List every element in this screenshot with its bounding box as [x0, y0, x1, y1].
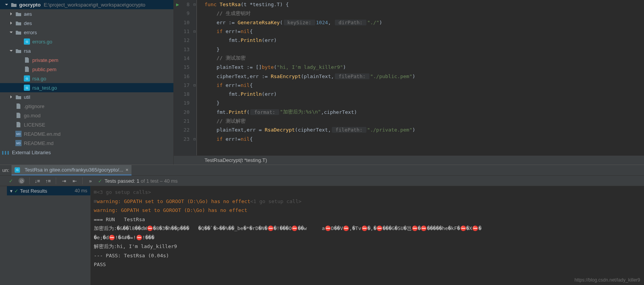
gutter-line-9[interactable]: 9	[174, 9, 196, 18]
console-output[interactable]: ⊞<3 go setup calls>⊞warning: GOPATH set …	[91, 186, 644, 285]
fold-icon[interactable]: ⊟	[193, 2, 196, 7]
gutter-line-23[interactable]: 23⊟	[174, 134, 196, 143]
tree-item-rsa_test-go[interactable]: Grsa_test.go	[0, 83, 173, 92]
gutter-line-11[interactable]: 11⊟	[174, 27, 196, 36]
code-line-9[interactable]: // 生成密钥对	[205, 9, 644, 18]
run-tab-title: TestRsa in gitee.com/frankyu365/gocrypto…	[25, 167, 123, 173]
fold-icon[interactable]: ⊟	[193, 29, 196, 33]
tree-item-aes[interactable]: aes	[0, 9, 173, 18]
tree-item-rsa[interactable]: rsa	[0, 46, 173, 55]
tree-item-errors[interactable]: errors	[0, 28, 173, 37]
code-line-23[interactable]: if err!=nil{	[205, 134, 644, 143]
code-line-19[interactable]: }	[205, 98, 644, 107]
tree-label: rsa.go	[32, 76, 46, 82]
tree-item-public-pem[interactable]: public.pem	[0, 65, 173, 74]
spacer	[17, 67, 22, 72]
pass-filter-icon[interactable]: ✓	[8, 178, 14, 184]
gutter-line-10[interactable]: 10	[174, 18, 196, 27]
code-line-12[interactable]: fmt.Println(err)	[205, 36, 644, 45]
chevron-right-icon[interactable]: »	[87, 178, 93, 184]
console-line: 加密后为:�&��l8��dW⛔�8�3�h��p��� �Q��`�>��%�…	[94, 224, 641, 233]
run-config-tab[interactable]: G TestRsa in gitee.com/frankyu365/gocryp…	[12, 165, 131, 175]
gutter-line-18[interactable]: 18	[174, 90, 196, 98]
sort-down-icon[interactable]: ↓≡	[34, 178, 40, 184]
close-icon[interactable]: ×	[126, 167, 129, 173]
collapse-icon[interactable]: ⇤	[72, 178, 78, 184]
gutter-line-12[interactable]: 12	[174, 36, 196, 45]
tree-label: errors	[24, 30, 37, 35]
tree-item-LICENSE[interactable]: LICENSE	[0, 120, 173, 129]
code-line-14[interactable]: // 测试加密	[205, 54, 644, 63]
tree-item-README-md[interactable]: MDREADME.md	[0, 138, 173, 148]
tree-item-des[interactable]: des	[0, 18, 173, 28]
chevron-down-icon: ▾	[10, 188, 13, 194]
gutter-line-20[interactable]: 20	[174, 108, 196, 117]
code-line-17[interactable]: if err!=nil{	[205, 81, 644, 90]
tree-label: errors.go	[32, 39, 52, 45]
tree-label: private.pem	[32, 57, 58, 63]
md-file-icon: MD	[15, 131, 22, 137]
run-panel-label: un:	[0, 167, 12, 173]
run-icon[interactable]: ▶	[176, 2, 179, 7]
fold-icon[interactable]: ⊟	[193, 83, 196, 87]
tree-item-errors-go[interactable]: Gerrors.go	[0, 37, 173, 46]
gutter-line-17[interactable]: 17⊟	[174, 81, 196, 90]
tree-label: README.en.md	[24, 131, 60, 137]
folder-icon	[15, 20, 22, 26]
fold-icon[interactable]: ⊟	[193, 137, 196, 141]
folder-icon	[15, 29, 22, 35]
tree-item-private-pem[interactable]: private.pem	[0, 55, 173, 65]
code-line-11[interactable]: if err!=nil{	[205, 27, 644, 36]
run-panel: un: G TestRsa in gitee.com/frankyu365/go…	[0, 165, 644, 285]
tree-item-go-mod[interactable]: go.mod	[0, 111, 173, 120]
tree-item--gitignore[interactable]: .gitignore	[0, 102, 173, 111]
sort-up-icon[interactable]: ↑≡	[45, 178, 51, 184]
code-line-18[interactable]: fmt.Println(err)	[205, 90, 644, 98]
gutter-line-22[interactable]: 22	[174, 125, 196, 134]
external-libraries-label: External Libraries	[12, 150, 51, 155]
gutter-line-19[interactable]: 19	[174, 98, 196, 107]
separator	[56, 177, 56, 184]
gutter-line-8[interactable]: ▶8⊟	[174, 0, 196, 9]
spacer	[8, 140, 14, 146]
console-line: --- PASS: TestRsa (0.04s)	[94, 251, 641, 260]
code-line-10[interactable]: err := GenerateRsaKey( keySize: 1024, di…	[205, 18, 644, 27]
spacer	[17, 85, 22, 90]
code-line-16[interactable]: cipherText,err := RsaEncrypt(plainText, …	[205, 72, 644, 80]
tree-label: LICENSE	[24, 122, 45, 128]
gutter-line-16[interactable]: 16	[174, 72, 196, 80]
separator	[29, 177, 30, 184]
code-line-21[interactable]: // 测试解密	[205, 117, 644, 125]
gutter-line-14[interactable]: 14	[174, 54, 196, 63]
code-content[interactable]: func TestRsa(t *testing.T) { // 生成密钥对 er…	[197, 0, 644, 155]
tree-label: public.pem	[32, 67, 57, 72]
external-libraries[interactable]: ⫿⫿⫿ External Libraries	[0, 148, 173, 157]
check-icon: ✓	[98, 178, 102, 184]
project-tree-sidebar[interactable]: gocrypto E:\project_workspace\git_worksp…	[0, 0, 174, 165]
test-results-label: Test Results	[20, 188, 75, 194]
gutter-line-15[interactable]: 15	[174, 63, 196, 72]
go-file-icon: G	[24, 38, 30, 45]
code-line-15[interactable]: plainText := []byte("hi, I'm lady_killer…	[205, 63, 644, 72]
md-file-icon: MD	[15, 140, 22, 146]
tree-item-util[interactable]: util	[0, 92, 173, 102]
test-tree[interactable]: ▾ ✓ Test Results 40 ms	[7, 186, 91, 285]
code-line-8[interactable]: func TestRsa(t *testing.T) {	[205, 0, 644, 9]
project-root[interactable]: gocrypto E:\project_workspace\git_worksp…	[0, 0, 173, 9]
go-file-icon: G	[24, 85, 30, 91]
test-results-row[interactable]: ▾ ✓ Test Results 40 ms	[7, 186, 90, 195]
breadcrumb-bar[interactable]: TestRsaDecrypt(t *testing.T)	[174, 155, 644, 165]
code-line-22[interactable]: plainText,err = RsaDecrypt(cipherText, f…	[205, 125, 644, 134]
tree-item-rsa-go[interactable]: Grsa.go	[0, 74, 173, 83]
gutter-line-13[interactable]: 13	[174, 45, 196, 53]
code-editor[interactable]: ▶8⊟91011⊟121314151617⊟181920212223⊟ func…	[174, 0, 644, 155]
expand-icon[interactable]: ⇥	[61, 178, 67, 184]
file-icon	[15, 112, 22, 118]
console-line: ⊞warning: GOPATH set to GOROOT (D:\Go) h…	[94, 197, 641, 206]
code-line-13[interactable]: }	[205, 45, 644, 53]
console-line: PASS	[94, 260, 641, 269]
gutter-line-21[interactable]: 21	[174, 117, 196, 125]
ignore-filter-icon[interactable]: ⊘	[18, 178, 25, 184]
code-line-20[interactable]: fmt.Printf( format: "加密后为:%s\n",cipherTe…	[205, 108, 644, 117]
tree-item-README-en-md[interactable]: MDREADME.en.md	[0, 129, 173, 138]
